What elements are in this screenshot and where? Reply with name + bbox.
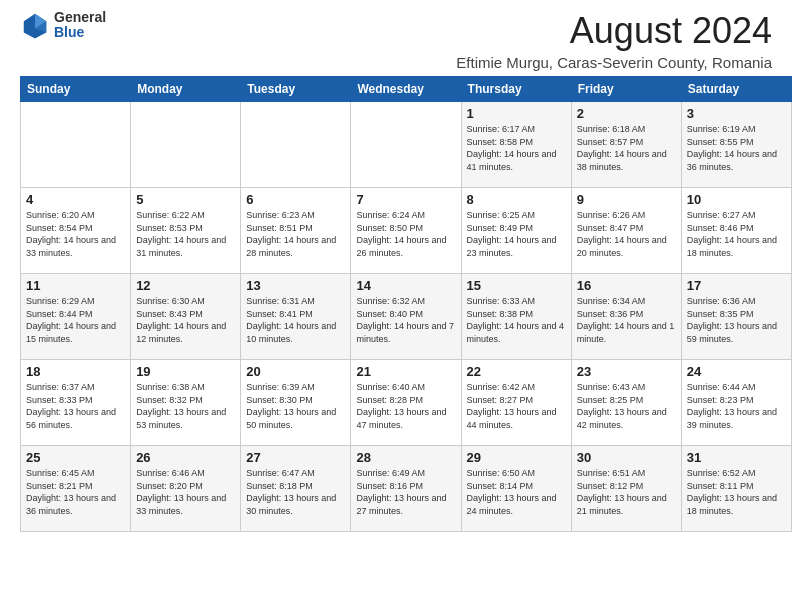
day-info: Sunrise: 6:17 AM Sunset: 8:58 PM Dayligh… [467, 124, 557, 172]
col-header-thursday: Thursday [461, 77, 571, 102]
day-info: Sunrise: 6:25 AM Sunset: 8:49 PM Dayligh… [467, 210, 557, 258]
week-row-5: 25Sunrise: 6:45 AM Sunset: 8:21 PM Dayli… [21, 446, 792, 532]
day-info: Sunrise: 6:46 AM Sunset: 8:20 PM Dayligh… [136, 468, 226, 516]
week-row-3: 11Sunrise: 6:29 AM Sunset: 8:44 PM Dayli… [21, 274, 792, 360]
calendar-cell: 2Sunrise: 6:18 AM Sunset: 8:57 PM Daylig… [571, 102, 681, 188]
day-number: 3 [687, 106, 786, 121]
calendar-cell: 13Sunrise: 6:31 AM Sunset: 8:41 PM Dayli… [241, 274, 351, 360]
calendar-cell [351, 102, 461, 188]
col-header-tuesday: Tuesday [241, 77, 351, 102]
week-row-4: 18Sunrise: 6:37 AM Sunset: 8:33 PM Dayli… [21, 360, 792, 446]
calendar-cell: 17Sunrise: 6:36 AM Sunset: 8:35 PM Dayli… [681, 274, 791, 360]
day-info: Sunrise: 6:52 AM Sunset: 8:11 PM Dayligh… [687, 468, 777, 516]
day-number: 6 [246, 192, 345, 207]
day-info: Sunrise: 6:26 AM Sunset: 8:47 PM Dayligh… [577, 210, 667, 258]
calendar-cell [21, 102, 131, 188]
day-number: 12 [136, 278, 235, 293]
calendar-cell: 31Sunrise: 6:52 AM Sunset: 8:11 PM Dayli… [681, 446, 791, 532]
calendar-cell: 3Sunrise: 6:19 AM Sunset: 8:55 PM Daylig… [681, 102, 791, 188]
day-number: 14 [356, 278, 455, 293]
col-header-wednesday: Wednesday [351, 77, 461, 102]
day-info: Sunrise: 6:19 AM Sunset: 8:55 PM Dayligh… [687, 124, 777, 172]
day-info: Sunrise: 6:23 AM Sunset: 8:51 PM Dayligh… [246, 210, 336, 258]
day-info: Sunrise: 6:37 AM Sunset: 8:33 PM Dayligh… [26, 382, 116, 430]
calendar-cell: 4Sunrise: 6:20 AM Sunset: 8:54 PM Daylig… [21, 188, 131, 274]
day-number: 15 [467, 278, 566, 293]
logo: General Blue [20, 10, 106, 41]
day-number: 27 [246, 450, 345, 465]
calendar-cell [131, 102, 241, 188]
day-info: Sunrise: 6:24 AM Sunset: 8:50 PM Dayligh… [356, 210, 446, 258]
day-number: 13 [246, 278, 345, 293]
calendar-cell: 23Sunrise: 6:43 AM Sunset: 8:25 PM Dayli… [571, 360, 681, 446]
calendar-cell: 15Sunrise: 6:33 AM Sunset: 8:38 PM Dayli… [461, 274, 571, 360]
calendar-cell: 27Sunrise: 6:47 AM Sunset: 8:18 PM Dayli… [241, 446, 351, 532]
day-info: Sunrise: 6:43 AM Sunset: 8:25 PM Dayligh… [577, 382, 667, 430]
header-row: SundayMondayTuesdayWednesdayThursdayFrid… [21, 77, 792, 102]
logo-general: General [54, 10, 106, 25]
week-row-1: 1Sunrise: 6:17 AM Sunset: 8:58 PM Daylig… [21, 102, 792, 188]
calendar-cell: 26Sunrise: 6:46 AM Sunset: 8:20 PM Dayli… [131, 446, 241, 532]
day-number: 29 [467, 450, 566, 465]
day-number: 10 [687, 192, 786, 207]
calendar-cell: 22Sunrise: 6:42 AM Sunset: 8:27 PM Dayli… [461, 360, 571, 446]
calendar-cell: 10Sunrise: 6:27 AM Sunset: 8:46 PM Dayli… [681, 188, 791, 274]
day-info: Sunrise: 6:49 AM Sunset: 8:16 PM Dayligh… [356, 468, 446, 516]
day-number: 2 [577, 106, 676, 121]
day-number: 31 [687, 450, 786, 465]
calendar-wrapper: SundayMondayTuesdayWednesdayThursdayFrid… [0, 76, 792, 537]
day-number: 23 [577, 364, 676, 379]
day-info: Sunrise: 6:38 AM Sunset: 8:32 PM Dayligh… [136, 382, 226, 430]
day-number: 25 [26, 450, 125, 465]
calendar-cell: 29Sunrise: 6:50 AM Sunset: 8:14 PM Dayli… [461, 446, 571, 532]
day-number: 22 [467, 364, 566, 379]
day-info: Sunrise: 6:30 AM Sunset: 8:43 PM Dayligh… [136, 296, 226, 344]
calendar-table: SundayMondayTuesdayWednesdayThursdayFrid… [20, 76, 792, 532]
day-number: 4 [26, 192, 125, 207]
col-header-monday: Monday [131, 77, 241, 102]
day-number: 19 [136, 364, 235, 379]
day-info: Sunrise: 6:29 AM Sunset: 8:44 PM Dayligh… [26, 296, 116, 344]
calendar-cell: 21Sunrise: 6:40 AM Sunset: 8:28 PM Dayli… [351, 360, 461, 446]
day-number: 18 [26, 364, 125, 379]
day-info: Sunrise: 6:36 AM Sunset: 8:35 PM Dayligh… [687, 296, 777, 344]
day-number: 11 [26, 278, 125, 293]
logo-icon [20, 10, 50, 40]
month-year-title: August 2024 [456, 10, 772, 52]
day-info: Sunrise: 6:45 AM Sunset: 8:21 PM Dayligh… [26, 468, 116, 516]
day-info: Sunrise: 6:40 AM Sunset: 8:28 PM Dayligh… [356, 382, 446, 430]
day-info: Sunrise: 6:34 AM Sunset: 8:36 PM Dayligh… [577, 296, 675, 344]
calendar-cell: 7Sunrise: 6:24 AM Sunset: 8:50 PM Daylig… [351, 188, 461, 274]
day-number: 16 [577, 278, 676, 293]
day-number: 17 [687, 278, 786, 293]
col-header-sunday: Sunday [21, 77, 131, 102]
day-info: Sunrise: 6:44 AM Sunset: 8:23 PM Dayligh… [687, 382, 777, 430]
calendar-cell [241, 102, 351, 188]
calendar-cell: 14Sunrise: 6:32 AM Sunset: 8:40 PM Dayli… [351, 274, 461, 360]
day-number: 8 [467, 192, 566, 207]
day-number: 7 [356, 192, 455, 207]
calendar-cell: 24Sunrise: 6:44 AM Sunset: 8:23 PM Dayli… [681, 360, 791, 446]
col-header-saturday: Saturday [681, 77, 791, 102]
logo-text: General Blue [54, 10, 106, 41]
day-number: 20 [246, 364, 345, 379]
location-subtitle: Eftimie Murgu, Caras-Severin County, Rom… [456, 54, 772, 71]
calendar-cell: 6Sunrise: 6:23 AM Sunset: 8:51 PM Daylig… [241, 188, 351, 274]
day-info: Sunrise: 6:51 AM Sunset: 8:12 PM Dayligh… [577, 468, 667, 516]
day-info: Sunrise: 6:31 AM Sunset: 8:41 PM Dayligh… [246, 296, 336, 344]
calendar-cell: 9Sunrise: 6:26 AM Sunset: 8:47 PM Daylig… [571, 188, 681, 274]
week-row-2: 4Sunrise: 6:20 AM Sunset: 8:54 PM Daylig… [21, 188, 792, 274]
day-info: Sunrise: 6:47 AM Sunset: 8:18 PM Dayligh… [246, 468, 336, 516]
col-header-friday: Friday [571, 77, 681, 102]
calendar-cell: 11Sunrise: 6:29 AM Sunset: 8:44 PM Dayli… [21, 274, 131, 360]
page-header: General Blue August 2024 Eftimie Murgu, … [0, 0, 792, 76]
day-number: 5 [136, 192, 235, 207]
calendar-cell: 19Sunrise: 6:38 AM Sunset: 8:32 PM Dayli… [131, 360, 241, 446]
calendar-cell: 18Sunrise: 6:37 AM Sunset: 8:33 PM Dayli… [21, 360, 131, 446]
day-info: Sunrise: 6:18 AM Sunset: 8:57 PM Dayligh… [577, 124, 667, 172]
calendar-cell: 25Sunrise: 6:45 AM Sunset: 8:21 PM Dayli… [21, 446, 131, 532]
calendar-cell: 5Sunrise: 6:22 AM Sunset: 8:53 PM Daylig… [131, 188, 241, 274]
calendar-cell: 1Sunrise: 6:17 AM Sunset: 8:58 PM Daylig… [461, 102, 571, 188]
day-number: 24 [687, 364, 786, 379]
calendar-cell: 16Sunrise: 6:34 AM Sunset: 8:36 PM Dayli… [571, 274, 681, 360]
